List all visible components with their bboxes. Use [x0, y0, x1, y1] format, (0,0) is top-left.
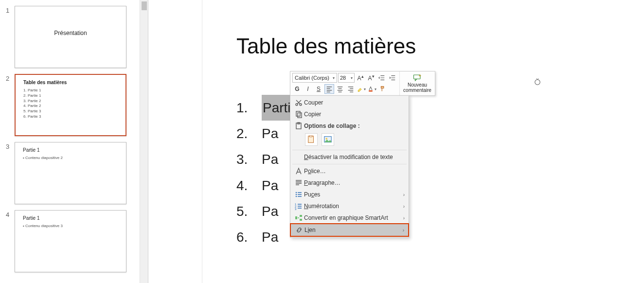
clipboard-icon [293, 122, 304, 130]
svg-point-13 [296, 192, 297, 193]
thumb-list-item: 3. Partie 2 [23, 99, 118, 104]
list-number: 2. [236, 121, 262, 146]
thumb-sub: • Contenu diapositive 2 [23, 156, 118, 160]
list-text[interactable]: Pa [262, 173, 278, 198]
thumbnail-row[interactable]: 4 Partie 1 • Contenu diapositive 3 [0, 207, 148, 275]
align-left-button[interactable] [324, 84, 334, 94]
scissors-icon [293, 99, 304, 106]
svg-point-14 [296, 194, 297, 195]
list-number: 1. [236, 95, 262, 121]
thumb-list-item: 1. Partie 1 [23, 88, 118, 93]
align-center-button[interactable] [335, 84, 345, 94]
menu-cut[interactable]: Couper [290, 97, 409, 108]
chevron-down-icon: ▾ [375, 87, 376, 91]
thumb-title: Partie 1 [23, 215, 118, 221]
copy-icon [293, 110, 304, 118]
menu-paragraph[interactable]: Paragraphe… [290, 177, 409, 189]
menu-separator [292, 164, 407, 164]
menu-label: Désactiver la modification de texte [304, 154, 405, 160]
menu-separator [292, 150, 407, 150]
menu-label: Couper [304, 99, 405, 106]
svg-rect-19 [295, 216, 297, 219]
new-comment-button[interactable]: Nouveau commentaire [400, 71, 435, 95]
thumbnail-row[interactable]: 2 Table des matières 1. Partie 1 2. Part… [0, 71, 148, 139]
scroll-thumb[interactable] [142, 1, 147, 10]
list-number: 6. [236, 224, 262, 250]
thumbnail-slide-4[interactable]: Partie 1 • Contenu diapositive 3 [15, 210, 126, 272]
slide-title[interactable]: Table des matières [236, 34, 416, 58]
thumb-list-item: 5. Partie 3 [23, 109, 118, 114]
decrease-font-icon: A▾ [368, 74, 374, 82]
svg-rect-6 [298, 113, 302, 118]
menu-disable-text-edit[interactable]: Désactiver la modification de texte [290, 151, 409, 163]
thumbnail-row[interactable]: 1 Présentation [0, 3, 148, 71]
menu-link[interactable]: Lien › [290, 223, 409, 237]
paste-keep-source-button[interactable] [305, 133, 318, 146]
menu-numbering[interactable]: 123 Numérotation › [290, 200, 409, 212]
decrease-font-button[interactable]: A▾ [366, 73, 376, 83]
menu-font[interactable]: Police… [290, 165, 409, 177]
increase-font-button[interactable]: A▴ [356, 73, 365, 83]
font-family-dropdown[interactable]: Calibri (Corps) ▾ [292, 73, 337, 83]
thumbnail-slide-3[interactable]: Partie 1 • Contenu diapositive 2 [15, 142, 126, 204]
chevron-right-icon: › [403, 228, 404, 233]
chevron-right-icon: › [403, 192, 405, 197]
thumb-list-item: 6. Partie 3 [23, 114, 118, 120]
comment-icon [413, 74, 422, 82]
thumbnail-slide-1[interactable]: Présentation [15, 6, 126, 68]
increase-indent-button[interactable] [388, 73, 397, 83]
list-text[interactable]: Pa [262, 198, 278, 224]
list-text[interactable]: Pa [262, 146, 278, 172]
menu-bullets[interactable]: Puces › [290, 189, 409, 200]
italic-button[interactable]: I [303, 84, 313, 94]
menu-label: Lien [304, 227, 403, 233]
smartart-icon [293, 214, 304, 222]
font-a-icon [293, 167, 304, 175]
decrease-indent-button[interactable] [377, 73, 387, 83]
menu-label: Puces [304, 191, 403, 198]
chevron-right-icon: › [403, 204, 405, 209]
svg-point-12 [326, 138, 328, 140]
svg-text:3: 3 [295, 208, 297, 210]
underline-button[interactable]: S [314, 84, 323, 94]
list-text[interactable]: Pa [262, 121, 278, 146]
link-icon [294, 226, 304, 234]
thumbnail-slide-2[interactable]: Table des matières 1. Partie 1 2. Partie… [15, 74, 126, 136]
align-right-button[interactable] [346, 84, 356, 94]
paragraph-icon [293, 179, 304, 187]
rotate-handle-icon[interactable] [533, 78, 542, 87]
thumb-list-item: 4. Partie 2 [23, 104, 118, 109]
font-color-button[interactable]: ▾ [367, 84, 377, 94]
thumb-list: 1. Partie 1 2. Partie 1 3. Partie 2 4. P… [23, 88, 118, 120]
bullets-icon [293, 191, 304, 198]
paste-picture-button[interactable] [322, 133, 334, 146]
format-painter-button[interactable] [378, 84, 388, 94]
context-menu: Couper Copier Options de collage : [290, 95, 409, 238]
menu-label: Numérotation [304, 203, 403, 210]
numbering-icon: 123 [293, 202, 304, 210]
menu-label: Convertir en graphique SmartArt [304, 214, 403, 221]
list-text[interactable]: Pa [262, 224, 278, 250]
font-size-dropdown[interactable]: 28 ▾ [338, 73, 355, 83]
slide-canvas[interactable]: Table des matières 1. Partie 1 2. Pa [202, 0, 644, 283]
thumb-title: Partie 1 [23, 147, 118, 153]
app-root: 1 Présentation 2 Table des matières 1. P… [0, 0, 644, 283]
chevron-down-icon: ▾ [364, 87, 366, 91]
svg-point-15 [296, 196, 297, 197]
mini-toolbar: Calibri (Corps) ▾ 28 ▾ A▴ A▾ [290, 71, 435, 96]
chevron-down-icon: ▾ [351, 76, 353, 80]
chevron-right-icon: › [403, 215, 405, 221]
highlight-button[interactable]: ▾ [357, 84, 366, 94]
bold-button[interactable]: G [292, 84, 302, 94]
menu-smartart[interactable]: Convertir en graphique SmartArt › [290, 212, 409, 224]
thumbnail-number: 3 [6, 142, 15, 150]
menu-label: Paragraphe… [304, 179, 405, 186]
list-number: 3. [236, 146, 262, 172]
thumbnail-row[interactable]: 3 Partie 1 • Contenu diapositive 2 [0, 139, 148, 207]
scrollbar[interactable] [140, 0, 148, 283]
comment-label-2: commentaire [403, 88, 431, 93]
chevron-down-icon: ▾ [333, 76, 335, 80]
thumbnail-number: 4 [6, 210, 15, 218]
menu-copy[interactable]: Copier [290, 108, 409, 120]
thumb-sub: • Contenu diapositive 3 [23, 224, 118, 228]
